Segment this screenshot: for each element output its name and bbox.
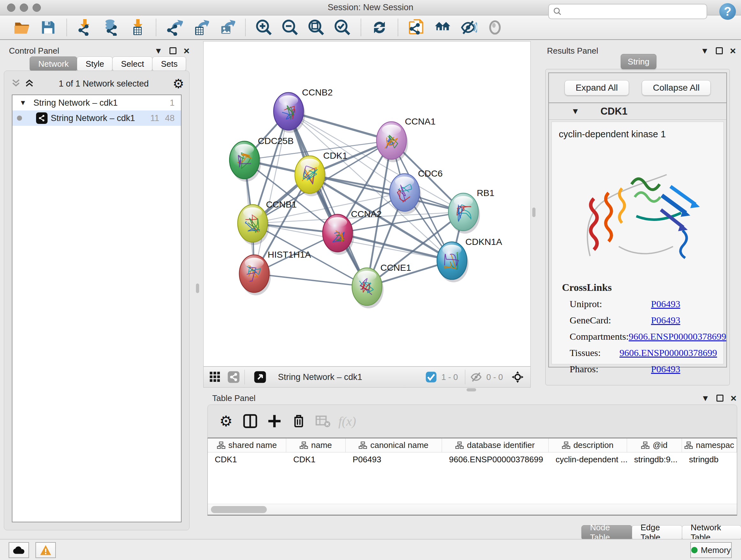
collapse-all-chevron-icon[interactable]: [10, 78, 21, 90]
network-node-HIST1H1A[interactable]: HIST1H1A: [239, 249, 311, 295]
zoom-fit-icon[interactable]: [307, 18, 326, 37]
zoom-selected-icon[interactable]: [333, 18, 352, 37]
column-header-namespac[interactable]: namespac: [682, 438, 737, 452]
network-node-CDKN1A[interactable]: CDKN1A: [437, 237, 502, 283]
network-row[interactable]: String Network – cdk1 11 48: [12, 111, 181, 126]
crosslink-link[interactable]: P06493: [651, 315, 680, 326]
close-panel-icon[interactable]: ×: [731, 392, 737, 404]
section-collapse-icon[interactable]: ▼: [571, 106, 580, 116]
network-edge-CCNA2-CDKN1A[interactable]: [338, 233, 452, 260]
cell-name[interactable]: CDK1: [286, 452, 346, 466]
cell-shared-name[interactable]: CDK1: [208, 452, 286, 466]
right-splitter-handle[interactable]: [532, 207, 536, 217]
column-header-database-identifier[interactable]: database identifier: [442, 438, 549, 452]
search-input[interactable]: [562, 6, 706, 17]
import-table-icon[interactable]: [128, 18, 147, 37]
cell-description[interactable]: cyclin-dependent ...: [549, 452, 627, 466]
selected-checkbox-icon[interactable]: [424, 370, 438, 384]
tab-node-table[interactable]: Node Table: [582, 525, 632, 540]
delete-column-icon[interactable]: [289, 412, 308, 430]
tab-select[interactable]: Select: [112, 57, 152, 71]
open-in-window-icon[interactable]: [253, 370, 267, 384]
float-panel-icon[interactable]: [717, 393, 724, 403]
column-header-@id[interactable]: @id: [627, 438, 682, 452]
export-table-icon[interactable]: [191, 18, 211, 37]
network-node-RB1[interactable]: RB1: [448, 188, 494, 234]
clone-network-icon[interactable]: [407, 18, 426, 37]
expand-all-chevron-icon[interactable]: [24, 78, 35, 90]
collapse-all-button[interactable]: Collapse All: [642, 80, 711, 96]
warning-status-button[interactable]: [36, 542, 56, 558]
column-header-description[interactable]: description: [549, 438, 627, 452]
expand-all-button[interactable]: Expand All: [564, 80, 629, 96]
network-canvas[interactable]: CCNB2CCNA1CDC25BCDK1CDC6RB1CCNB1CCNA2CDK…: [203, 41, 531, 367]
left-splitter-handle[interactable]: [196, 284, 199, 293]
crosslink-link[interactable]: P06493: [651, 299, 680, 309]
network-collection-row[interactable]: ▼ String Network – cdk1 1: [12, 95, 181, 111]
cdk1-section-header[interactable]: ▼ CDK1: [549, 103, 726, 120]
network-edge-HIST1H1A-CCNE1[interactable]: [254, 273, 367, 287]
network-node-CCNE1[interactable]: CCNE1: [352, 262, 411, 308]
save-session-icon[interactable]: [38, 18, 58, 37]
cell-canonical-name[interactable]: P06493: [346, 452, 442, 466]
tab-style[interactable]: Style: [77, 57, 113, 71]
zoom-in-icon[interactable]: [254, 18, 274, 37]
zoom-out-icon[interactable]: [280, 18, 300, 37]
cell-@id[interactable]: stringdb:9...: [627, 452, 682, 466]
tab-string[interactable]: String: [621, 54, 657, 69]
birds-eye-share-icon[interactable]: [226, 370, 241, 384]
crosslink-link[interactable]: 9606.ENSP00000378699: [619, 348, 717, 358]
open-session-icon[interactable]: [12, 18, 32, 37]
show-all-eye-icon[interactable]: [485, 18, 505, 37]
export-image-icon[interactable]: [217, 18, 237, 37]
tab-network-table[interactable]: Network Table: [682, 525, 741, 540]
crosslink-link[interactable]: P06493: [651, 364, 680, 374]
search-icon: [553, 7, 562, 16]
horizontal-scrollbar[interactable]: [208, 504, 737, 515]
panel-menu-icon[interactable]: ▼: [154, 46, 163, 56]
network-node-CCNB2[interactable]: CCNB2: [273, 87, 333, 133]
tab-edge-table[interactable]: Edge Table: [632, 525, 682, 540]
table-header-row: shared namenamecanonical namedatabase id…: [208, 438, 737, 452]
crosslink-link[interactable]: 9606.ENSP00000378699: [629, 331, 726, 342]
memory-button[interactable]: Memory: [690, 542, 732, 558]
refresh-view-icon[interactable]: [369, 18, 389, 37]
toolbar-separator: [360, 19, 361, 36]
tab-sets[interactable]: Sets: [152, 57, 186, 71]
float-panel-icon[interactable]: [170, 46, 177, 56]
network-edge-CCNB2-CCNE1[interactable]: [288, 111, 367, 287]
float-panel-icon[interactable]: [716, 46, 723, 56]
show-columns-icon[interactable]: [241, 412, 259, 430]
tab-network[interactable]: Network: [30, 57, 77, 71]
cell-database-identifier[interactable]: 9606.ENSP00000378699: [442, 452, 549, 466]
help-icon[interactable]: ?: [719, 3, 736, 20]
search-field[interactable]: [548, 4, 707, 19]
import-network-database-icon[interactable]: [102, 18, 121, 37]
column-header-canonical-name[interactable]: canonical name: [346, 438, 442, 452]
panel-menu-icon[interactable]: ▼: [701, 46, 709, 56]
column-header-name[interactable]: name: [286, 438, 346, 452]
memory-label: Memory: [701, 545, 731, 555]
cell-namespac[interactable]: stringdb: [682, 452, 737, 466]
export-network-icon[interactable]: [165, 18, 185, 37]
panel-menu-icon[interactable]: ▼: [701, 393, 710, 403]
close-panel-icon[interactable]: ×: [730, 45, 736, 57]
collection-expand-icon[interactable]: ▼: [19, 99, 26, 107]
table-options-gear-icon[interactable]: ⚙: [217, 412, 235, 430]
add-column-icon[interactable]: [265, 412, 284, 430]
network-node-CDC6[interactable]: CDC6: [390, 168, 443, 214]
close-panel-icon[interactable]: ×: [184, 45, 190, 57]
hide-selected-icon[interactable]: [459, 18, 479, 37]
network-node-CDC25B[interactable]: CDC25B: [229, 136, 293, 182]
column-header-shared-name[interactable]: shared name: [208, 438, 286, 452]
fit-crosshair-icon[interactable]: [511, 370, 525, 384]
grid-view-icon[interactable]: [208, 370, 222, 384]
network-options-gear-icon[interactable]: ⚙: [173, 77, 184, 90]
node-label-HIST1H1A: HIST1H1A: [268, 249, 311, 260]
network-node-CCNB1[interactable]: CCNB1: [238, 199, 297, 245]
import-network-icon[interactable]: [75, 18, 95, 37]
cloud-status-button[interactable]: [9, 542, 29, 558]
table-row[interactable]: CDK1CDK1P064939606.ENSP00000378699cyclin…: [208, 452, 737, 466]
string-houses-icon[interactable]: [433, 18, 453, 37]
scrollbar-thumb[interactable]: [211, 506, 267, 513]
